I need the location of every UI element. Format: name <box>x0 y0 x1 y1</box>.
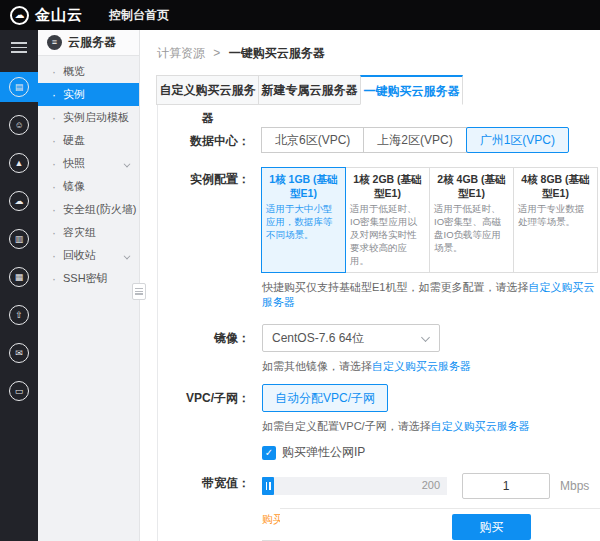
custom-purchase-link[interactable]: 自定义购买云服务器 <box>372 360 471 372</box>
config-card-title: 1核 1GB (基础型E1) <box>266 173 341 200</box>
cloud-logo-icon: ☁ <box>10 6 29 25</box>
rail-glyph: ☺ <box>9 115 29 135</box>
datacenter-option-label: 北京6区(VPC) <box>275 133 350 147</box>
cloud-server-icon[interactable]: ▤ <box>0 72 38 102</box>
rail-glyph: ☁ <box>9 191 29 211</box>
sidebar-item-snapshot[interactable]: · 快照 <box>38 152 139 175</box>
breadcrumb-current: 一键购买云服务器 <box>229 46 325 60</box>
sidebar-item-disk[interactable]: · 硬盘 <box>38 129 139 152</box>
sidebar-item-dr-group[interactable]: · 容灾组 <box>38 221 139 244</box>
bullet-icon: · <box>52 134 56 148</box>
datacenter-beijing6[interactable]: 北京6区(VPC) <box>261 127 364 153</box>
config-card-title: 4核 8GB (基础型E1) <box>518 173 593 200</box>
sidebar-item-recycle-bin[interactable]: · 回收站 <box>38 244 139 267</box>
config-card-title: 1核 2GB (基础型E1) <box>350 173 425 200</box>
sidebar-item-instance[interactable]: · 实例 <box>38 83 139 106</box>
vpc-hint-text: 如需自定义配置VPC/子网，请选择 <box>262 420 431 432</box>
icon-rail: ▤ ☺ ▲ ☁ ▥ ▦ ⇧ <box>0 30 38 541</box>
rail-glyph: ⇧ <box>9 305 29 325</box>
config-card-1c2g[interactable]: 1核 2GB (基础型E1) 适用于低延时、IO密集型应用以及对网络实时性要求较… <box>345 167 430 273</box>
bullet-icon: · <box>52 249 56 263</box>
datacenter-guangzhou1[interactable]: 广州1区(VPC) <box>466 127 569 153</box>
breadcrumb-parent[interactable]: 计算资源 <box>157 46 205 60</box>
rail-glyph: ▤ <box>9 77 29 97</box>
sidebar-item-image[interactable]: · 镜像 <box>38 175 139 198</box>
bullet-icon: · <box>52 111 56 125</box>
hamburger-menu-icon[interactable] <box>0 30 38 64</box>
brand-name: 金山云 <box>35 6 83 25</box>
sidebar-item-label: 回收站 <box>63 248 96 263</box>
rail-glyph: ▭ <box>9 381 29 401</box>
bandwidth-max-value: 200 <box>422 479 440 491</box>
vpc-row: VPC/子网： 自动分配VPC/子网 如需自定义配置VPC/子网，请选择自定义购… <box>158 384 600 434</box>
tab-one-click-purchase[interactable]: 一键购买云服务器 <box>360 75 463 105</box>
tab-label: 新建专属云服务器 <box>262 83 358 97</box>
cluster-icon[interactable]: ▲ <box>0 148 38 178</box>
image-label: 镜像： <box>158 324 250 347</box>
sidebar-collapse-handle[interactable] <box>132 283 146 300</box>
config-card-4c8g[interactable]: 4核 8GB (基础型E1) 适用于专业数据处理等场景。 <box>513 167 598 273</box>
eip-label-spacer <box>158 444 250 450</box>
collapse-bars-icon <box>135 288 143 295</box>
instances-icon[interactable]: ☺ <box>0 110 38 140</box>
sidebar-item-label: 硬盘 <box>63 133 85 148</box>
eip-checkbox[interactable]: ✓ <box>262 446 276 460</box>
sidebar-item-label: 安全组(防火墙) <box>63 202 136 217</box>
brand-logo[interactable]: ☁ 金山云 <box>10 6 83 25</box>
image-select[interactable]: CentOS-7.6 64位 <box>262 324 440 352</box>
image-select-value: CentOS-7.6 64位 <box>272 330 364 347</box>
sidebar-item-launch-template[interactable]: · 实例启动模板 <box>38 106 139 129</box>
chevron-down-icon <box>124 253 131 260</box>
storage-icon[interactable]: ▦ <box>0 262 38 292</box>
config-card-2c4g[interactable]: 2核 4GB (基础型E1) 适用于低延时、IO密集型、高磁盘IO负载等应用场景… <box>429 167 514 273</box>
bandwidth-slider[interactable]: 200 <box>262 477 447 495</box>
monitor-icon[interactable]: ▭ <box>0 376 38 406</box>
bandwidth-unit: Mbps <box>560 479 589 493</box>
sidebar-item-label: 实例启动模板 <box>63 110 129 125</box>
custom-purchase-link[interactable]: 自定义购买云服务器 <box>431 420 530 432</box>
purchase-form-panel: 数据中心： 北京6区(VPC) 上海2区(VPC) 广州1区(VPC) 实例配置… <box>157 105 600 541</box>
config-card-desc: 适用于低延时、IO密集型、高磁盘IO负载等应用场景。 <box>434 203 509 254</box>
datacenter-row: 数据中心： 北京6区(VPC) 上海2区(VPC) 广州1区(VPC) <box>158 127 600 153</box>
sidebar-header: ≡ 云服务器 <box>38 30 139 56</box>
sidebar-item-security-group[interactable]: · 安全组(防火墙) <box>38 198 139 221</box>
main-content: 计算资源 > 一键购买云服务器 自定义购买云服务器 新建专属云服务器 一键购买云… <box>140 30 600 541</box>
config-card-desc: 适用于低延时、IO密集型应用以及对网络实时性要求较高的应用。 <box>350 203 425 267</box>
datacenter-option-label: 广州1区(VPC) <box>480 133 555 147</box>
rail-glyph: ▲ <box>9 153 29 173</box>
buy-button[interactable]: 购买 <box>452 514 531 540</box>
image-hint-text: 如需其他镜像，请选择 <box>262 360 372 372</box>
bandwidth-label: 带宽值： <box>158 473 250 492</box>
bullet-icon: · <box>52 203 56 217</box>
auto-assign-vpc-button[interactable]: 自动分配VPC/子网 <box>262 384 388 412</box>
config-card-desc: 适用于大中小型应用，数据库等不同场景。 <box>266 203 341 241</box>
mail-icon[interactable]: ✉ <box>0 338 38 368</box>
tab-dedicated-server[interactable]: 新建专属云服务器 <box>258 75 361 105</box>
config-card-1c1g[interactable]: 1核 1GB (基础型E1) 适用于大中小型应用，数据库等不同场景。 <box>261 167 346 273</box>
bullet-icon: · <box>52 65 56 79</box>
cloud-network-icon[interactable]: ☁ <box>0 186 38 216</box>
bandwidth-input[interactable] <box>462 473 550 499</box>
bullet-icon: · <box>52 88 56 102</box>
bullet-icon: · <box>52 180 56 194</box>
image-row: 镜像： CentOS-7.6 64位 如需其他镜像，请选择自定义购买云服务器 <box>158 324 600 374</box>
database-icon[interactable]: ▥ <box>0 224 38 254</box>
image-hint: 如需其他镜像，请选择自定义购买云服务器 <box>262 359 471 374</box>
config-card-title: 2核 4GB (基础型E1) <box>434 173 509 200</box>
sidebar-item-label: SSH密钥 <box>63 271 108 286</box>
topbar: ☁ 金山云 控制台首页 <box>0 0 600 30</box>
datacenter-shanghai2[interactable]: 上海2区(VPC) <box>363 127 466 153</box>
topnav-console-home[interactable]: 控制台首页 <box>109 7 169 24</box>
sidebar-item-label: 概览 <box>63 64 85 79</box>
tab-custom-purchase[interactable]: 自定义购买云服务器 <box>156 75 259 105</box>
bandwidth-slider-handle[interactable] <box>262 477 274 495</box>
eip-row: ✓ 购买弹性公网IP <box>158 444 600 461</box>
datacenter-label: 数据中心： <box>158 127 250 150</box>
hamburger-bars <box>11 42 27 53</box>
footer-bar: 购买 取消 <box>280 508 600 541</box>
config-hint-text: 快捷购买仅支持基础型E1机型，如需更多配置，请选择 <box>262 281 528 293</box>
tab-label: 一键购买云服务器 <box>364 84 460 98</box>
sidebar-item-overview[interactable]: · 概览 <box>38 60 139 83</box>
sidebar-item-ssh-key[interactable]: · SSH密钥 <box>38 267 139 290</box>
cloud-upload-icon[interactable]: ⇧ <box>0 300 38 330</box>
